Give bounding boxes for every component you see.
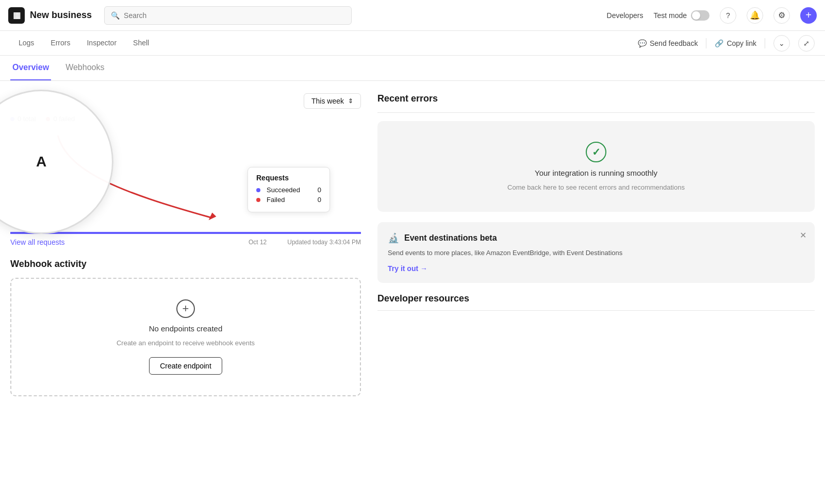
chart-legend: 0 total 0 failed	[10, 115, 361, 123]
tab-errors[interactable]: Errors	[42, 31, 78, 56]
event-card-header: 🔬 Event destinations beta	[388, 232, 804, 244]
tooltip-succeeded-label: Succeeded	[267, 186, 311, 194]
collapse-button[interactable]: ⤢	[798, 35, 815, 52]
main-tabs: Overview Webhooks	[0, 56, 825, 81]
sub-nav-divider	[706, 38, 706, 48]
success-main-text: Your integration is running smoothly	[535, 169, 657, 177]
try-it-out-link[interactable]: Try it out →	[388, 264, 427, 273]
copy-icon: 🔗	[715, 39, 723, 47]
expand-icon: ⤢	[803, 39, 810, 47]
search-input[interactable]	[124, 11, 345, 20]
help-icon: ?	[726, 11, 730, 20]
sub-nav-divider-2	[765, 38, 765, 48]
chart-header: This week ⇕	[10, 93, 361, 109]
bell-icon: 🔔	[750, 10, 760, 20]
copy-link-link[interactable]: 🔗 Copy link	[715, 39, 756, 47]
tab-webhooks[interactable]: Webhooks	[63, 56, 106, 80]
content-area: This week ⇕ 0 total 0 failed Request	[0, 81, 825, 409]
tooltip-title: Requests	[256, 174, 321, 182]
failed-label: 0 failed	[53, 115, 75, 123]
feedback-label: Send feedback	[650, 39, 698, 47]
toggle-thumb	[692, 11, 700, 20]
developers-link[interactable]: Developers	[607, 11, 644, 20]
test-mode-toggle-group: Test mode	[653, 10, 710, 21]
nav-right: Developers Test mode ? 🔔 ⚙ +	[607, 7, 817, 24]
date-label: Oct 12	[249, 239, 267, 246]
notifications-button[interactable]: 🔔	[747, 7, 763, 24]
webhook-empty-state: + No endpoints created Create an endpoin…	[10, 278, 361, 396]
event-card-title: Event destinations beta	[404, 233, 497, 243]
create-endpoint-button[interactable]: Create endpoint	[149, 357, 222, 375]
tooltip-row-failed: Failed 0	[256, 196, 321, 204]
updated-text: Updated today 3:43:04 PM	[287, 239, 361, 246]
brand: ▦ New business	[8, 7, 92, 24]
search-icon: 🔍	[111, 11, 120, 20]
legend-total: 0 total	[10, 115, 36, 123]
event-card-close-button[interactable]: ✕	[800, 230, 806, 240]
errors-divider	[377, 112, 815, 113]
event-card-body: Send events to more places, like Amazon …	[388, 248, 804, 258]
help-button[interactable]: ?	[720, 7, 736, 24]
view-all-link[interactable]: View all requests	[10, 238, 65, 246]
plus-circle-icon: +	[176, 299, 195, 318]
webhook-section-title: Webhook activity	[10, 259, 361, 270]
test-mode-toggle[interactable]	[691, 10, 710, 21]
check-circle-icon: ✓	[586, 142, 606, 162]
send-feedback-link[interactable]: 💬 Send feedback	[638, 39, 698, 47]
copy-label: Copy link	[727, 39, 756, 47]
right-panel: Recent errors ✓ Your integration is runn…	[377, 93, 815, 396]
tooltip-failed-label: Failed	[267, 196, 311, 204]
sub-nav-actions: 💬 Send feedback 🔗 Copy link ⌄ ⤢	[638, 35, 825, 52]
success-sub-text: Come back here to see recent errors and …	[507, 183, 685, 191]
chart-container: Requests Succeeded 0 Failed 0	[10, 131, 361, 234]
selector-chevron-icon: ⇕	[348, 97, 353, 105]
brand-name: New business	[30, 10, 92, 21]
total-dot	[10, 117, 14, 121]
sub-nav: Logs Errors Inspector Shell 💬 Send feedb…	[0, 31, 825, 56]
failed-dot-tooltip	[256, 198, 260, 202]
success-box: ✓ Your integration is running smoothly C…	[377, 121, 815, 212]
flask-icon: 🔬	[388, 232, 399, 244]
tab-logs[interactable]: Logs	[10, 31, 42, 56]
chevron-down-icon: ⌄	[779, 39, 785, 47]
developer-resources-section: Developer resources	[377, 293, 815, 311]
recent-errors-section: Recent errors ✓ Your integration is runn…	[377, 93, 815, 212]
brand-icon: ▦	[8, 7, 25, 24]
tooltip-row-succeeded: Succeeded 0	[256, 186, 321, 194]
tooltip-succeeded-val: 0	[318, 186, 321, 194]
legend-failed: 0 failed	[46, 115, 75, 123]
week-selector[interactable]: This week ⇕	[304, 93, 361, 109]
recent-errors-title: Recent errors	[377, 93, 815, 104]
arrow-icon: →	[420, 264, 427, 273]
gear-icon: ⚙	[778, 10, 785, 20]
top-nav: ▦ New business 🔍 Developers Test mode ? …	[0, 0, 825, 31]
failed-dot	[46, 117, 50, 121]
add-button[interactable]: +	[800, 7, 817, 24]
total-label: 0 total	[18, 115, 36, 123]
dev-resources-divider	[377, 310, 815, 311]
settings-button[interactable]: ⚙	[773, 7, 790, 24]
sub-nav-tabs: Logs Errors Inspector Shell	[10, 31, 638, 56]
tooltip-failed-val: 0	[318, 196, 321, 204]
webhook-activity-section: Webhook activity + No endpoints created …	[10, 259, 361, 396]
webhook-empty-title: No endpoints created	[149, 324, 223, 333]
tab-shell[interactable]: Shell	[125, 31, 157, 56]
week-selector-label: This week	[311, 97, 344, 105]
tab-inspector[interactable]: Inspector	[78, 31, 125, 56]
try-label: Try it out	[388, 264, 418, 273]
expand-button[interactable]: ⌄	[773, 35, 790, 52]
succeeded-dot	[256, 188, 260, 192]
feedback-icon: 💬	[638, 39, 647, 47]
left-panel: This week ⇕ 0 total 0 failed Request	[10, 93, 361, 396]
developer-resources-title: Developer resources	[377, 293, 815, 304]
test-mode-label: Test mode	[653, 11, 687, 20]
event-destinations-card: ✕ 🔬 Event destinations beta Send events …	[377, 222, 815, 283]
tab-overview[interactable]: Overview	[10, 56, 51, 80]
tooltip: Requests Succeeded 0 Failed 0	[248, 167, 330, 212]
search-bar[interactable]: 🔍	[104, 6, 352, 25]
webhook-empty-subtitle: Create an endpoint to receive webhook ev…	[117, 339, 255, 347]
